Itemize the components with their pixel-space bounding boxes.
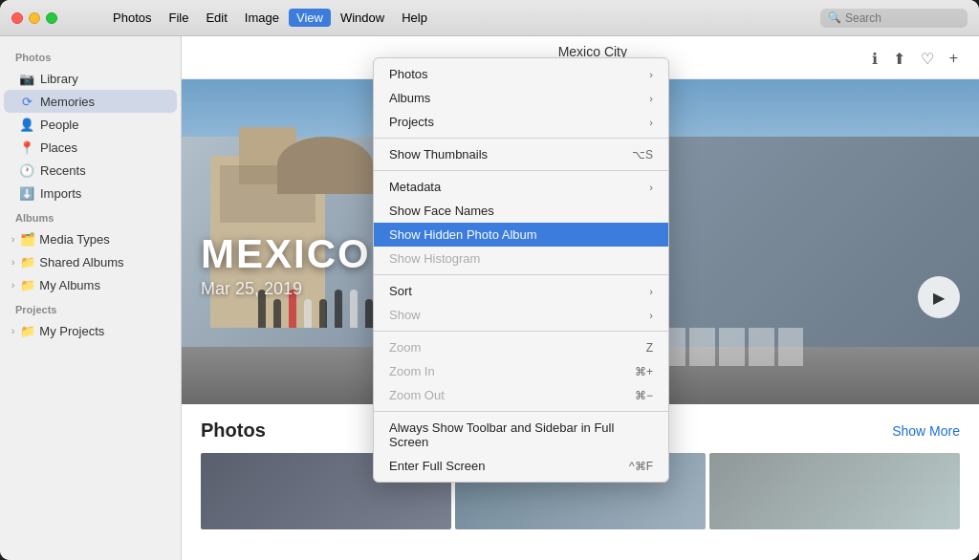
sidebar-item-label: Places <box>40 140 77 155</box>
imports-icon: ⬇️ <box>19 185 34 201</box>
sidebar-section-projects: Projects <box>0 296 181 319</box>
menu-file[interactable]: File <box>161 9 196 27</box>
main-window: Photos File Edit Image View Window Help … <box>0 0 979 560</box>
person-silhouette <box>319 299 327 328</box>
my-albums-icon: 📁 <box>20 277 35 292</box>
shared-albums-icon: 📁 <box>20 254 35 269</box>
submenu-arrow-icon: › <box>649 69 653 80</box>
crosswalk-stripe <box>778 328 804 366</box>
share-button[interactable]: ⬆ <box>891 48 907 70</box>
menu-entry-show-histogram: Show Histogram <box>374 247 668 270</box>
crosswalk-stripe <box>719 328 745 366</box>
person-silhouette <box>365 299 373 328</box>
search-bar[interactable]: 🔍 <box>820 9 968 28</box>
menu-bar: Photos File Edit Image View Window Help <box>105 9 435 27</box>
menu-entry-show-thumbnails[interactable]: Show Thumbnails ⌥S <box>374 142 668 166</box>
submenu-arrow-icon: › <box>649 182 653 193</box>
sidebar-item-shared-albums[interactable]: › 📁 Shared Albums <box>4 250 177 273</box>
menu-separator <box>374 411 668 412</box>
search-input[interactable] <box>845 11 960 25</box>
menu-entry-label: Show Histogram <box>389 251 480 266</box>
sidebar-item-label: Shared Albums <box>39 255 123 269</box>
menu-entry-label: Zoom Out <box>389 388 445 402</box>
info-button[interactable]: ℹ <box>870 48 880 70</box>
library-icon: 📷 <box>19 71 34 86</box>
submenu-arrow-icon: › <box>649 310 653 321</box>
chevron-right-icon: › <box>11 257 14 268</box>
sidebar-item-people[interactable]: 👤 People <box>4 113 177 136</box>
sidebar-item-recents[interactable]: 🕐 Recents <box>4 159 177 182</box>
sidebar-item-places[interactable]: 📍 Places <box>4 136 177 159</box>
menu-entry-label: Albums <box>389 91 430 105</box>
menu-separator <box>374 170 668 171</box>
sidebar-item-my-projects[interactable]: › 📁 My Projects <box>4 319 177 342</box>
sidebar-item-label: People <box>40 118 78 132</box>
menu-separator <box>374 274 668 275</box>
submenu-arrow-icon: › <box>649 93 653 104</box>
chevron-right-icon: › <box>11 280 14 291</box>
menu-entry-label: Metadata <box>389 180 441 194</box>
maximize-button[interactable] <box>46 12 57 24</box>
menu-entry-label: Show Thumbnails <box>389 147 488 162</box>
sidebar-item-label: Imports <box>40 186 81 201</box>
sidebar-item-label: My Albums <box>39 278 100 292</box>
close-button[interactable] <box>11 12 23 24</box>
crosswalk-stripe <box>689 328 715 366</box>
menu-edit[interactable]: Edit <box>198 9 234 27</box>
menu-entry-label: Show Face Names <box>389 204 494 218</box>
show-more-button[interactable]: Show More <box>892 423 960 439</box>
photo-thumbnail[interactable] <box>709 453 960 529</box>
sidebar-item-library[interactable]: 📷 Library <box>4 67 177 90</box>
play-button[interactable]: ▶ <box>918 276 960 318</box>
add-to-button[interactable]: + <box>947 48 960 69</box>
sidebar: Photos 📷 Library ⟳ Memories 👤 People 📍 P… <box>0 36 182 560</box>
menu-entry-show-hidden-photo-album[interactable]: Show Hidden Photo Album <box>374 223 668 247</box>
minimize-button[interactable] <box>29 12 40 24</box>
menu-entry-always-show-toolbar[interactable]: Always Show Toolbar and Sidebar in Full … <box>374 416 668 454</box>
sidebar-item-my-albums[interactable]: › 📁 My Albums <box>4 273 177 296</box>
menu-entry-projects[interactable]: Projects › <box>374 110 668 134</box>
menu-entry-show-face-names[interactable]: Show Face Names <box>374 199 668 223</box>
menu-entry-sort[interactable]: Sort › <box>374 279 668 303</box>
media-types-icon: 🗂️ <box>20 231 35 247</box>
shortcut-label: ⌥S <box>632 148 653 162</box>
menu-image[interactable]: Image <box>237 9 287 27</box>
menu-entry-metadata[interactable]: Metadata › <box>374 175 668 199</box>
menu-separator <box>374 138 668 139</box>
main-content: Photos 📷 Library ⟳ Memories 👤 People 📍 P… <box>0 36 979 560</box>
titlebar: Photos File Edit Image View Window Help … <box>0 0 979 36</box>
menu-entry-enter-full-screen[interactable]: Enter Full Screen ^⌘F <box>374 454 668 478</box>
sidebar-item-imports[interactable]: ⬇️ Imports <box>4 182 177 205</box>
menu-entry-label: Zoom In <box>389 364 435 378</box>
menu-photos[interactable]: Photos <box>105 9 159 27</box>
chevron-right-icon: › <box>11 326 14 336</box>
sidebar-item-media-types[interactable]: › 🗂️ Media Types <box>4 227 177 250</box>
crosswalk <box>660 328 803 366</box>
crosswalk-stripe <box>749 328 774 366</box>
view-menu-dropdown: Photos › Albums › Projects › <box>373 57 669 483</box>
shortcut-label: ^⌘F <box>629 460 653 473</box>
sidebar-item-label: Library <box>40 72 78 86</box>
church-dome <box>277 137 373 194</box>
menu-entry-photos[interactable]: Photos › <box>374 62 668 86</box>
recents-icon: 🕐 <box>19 162 34 178</box>
menu-entry-label: Always Show Toolbar and Sidebar in Full … <box>389 420 653 449</box>
chevron-right-icon: › <box>11 234 14 245</box>
menu-entry-zoom-in: Zoom In ⌘+ <box>374 359 668 383</box>
menu-entry-zoom-out: Zoom Out ⌘− <box>374 383 668 407</box>
person-silhouette <box>273 299 281 328</box>
menu-entry-label: Enter Full Screen <box>389 459 485 473</box>
menu-view[interactable]: View <box>289 9 331 27</box>
menu-entry-albums[interactable]: Albums › <box>374 86 668 110</box>
menu-window[interactable]: Window <box>333 9 392 27</box>
sidebar-item-label: Memories <box>40 95 95 109</box>
traffic-lights <box>11 12 57 24</box>
submenu-arrow-icon: › <box>649 286 653 297</box>
menu-entry-label: Show <box>389 308 421 322</box>
sidebar-item-memories[interactable]: ⟳ Memories <box>4 90 177 113</box>
sidebar-item-label: Media Types <box>39 232 109 247</box>
favorite-button[interactable]: ♡ <box>919 48 936 70</box>
shortcut-label: ⌘− <box>635 389 653 402</box>
places-icon: 📍 <box>19 140 34 155</box>
menu-help[interactable]: Help <box>394 9 435 27</box>
